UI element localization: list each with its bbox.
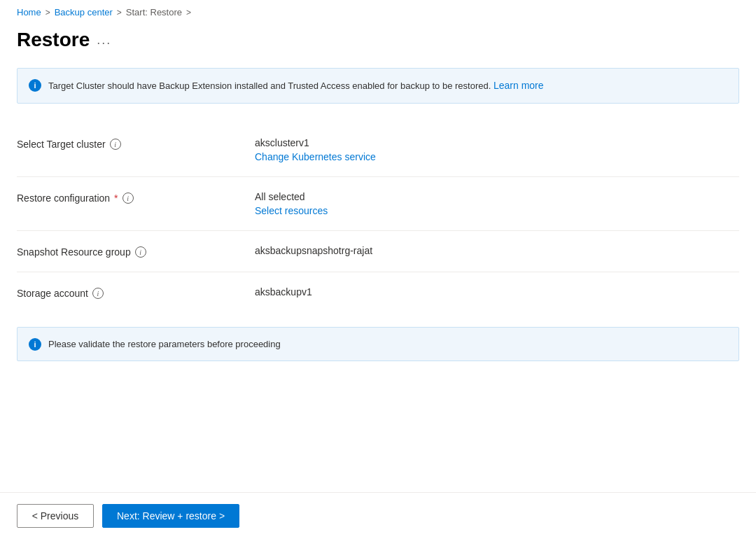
restore-config-required: * [114, 192, 118, 204]
storage-account-label-col: Storage account i [17, 286, 255, 299]
target-cluster-label-col: Select Target cluster i [17, 137, 255, 150]
breadcrumb-backup-center[interactable]: Backup center [55, 7, 113, 18]
page-container: Home > Backup center > Start: Restore > … [0, 0, 756, 539]
breadcrumb-sep-2: > [117, 8, 122, 18]
next-button[interactable]: Next: Review + restore > [102, 504, 239, 528]
restore-config-value: All selected [255, 191, 739, 202]
snapshot-rg-label-col: Snapshot Resource group i [17, 245, 255, 258]
validate-banner: i Please validate the restore parameters… [17, 327, 739, 361]
target-cluster-row: Select Target cluster i aksclusterv1 Cha… [17, 126, 739, 174]
divider-3 [17, 272, 739, 272]
target-cluster-value: aksclusterv1 [255, 137, 739, 148]
snapshot-rg-row: Snapshot Resource group i aksbackupsnaps… [17, 234, 739, 269]
restore-config-label: Restore configuration [17, 192, 110, 204]
page-title: Restore [17, 29, 90, 51]
snapshot-rg-info-icon[interactable]: i [135, 246, 146, 258]
footer-bar: < Previous Next: Review + restore > [0, 492, 756, 539]
info-banner-icon: i [29, 79, 41, 92]
validate-banner-text: Please validate the restore parameters b… [48, 339, 281, 349]
page-title-area: Restore ... [0, 23, 756, 68]
snapshot-rg-label: Snapshot Resource group [17, 246, 131, 258]
snapshot-rg-value-col: aksbackupsnapshotrg-rajat [255, 245, 739, 256]
divider-1 [17, 176, 739, 177]
target-cluster-value-col: aksclusterv1 Change Kubernetes service [255, 137, 739, 162]
breadcrumb: Home > Backup center > Start: Restore > [0, 0, 756, 23]
storage-account-row: Storage account i aksbackupv1 [17, 275, 739, 310]
target-cluster-info-icon[interactable]: i [110, 139, 121, 150]
previous-button[interactable]: < Previous [17, 504, 94, 528]
restore-config-value-col: All selected Select resources [255, 191, 739, 216]
breadcrumb-current: Start: Restore [126, 7, 182, 18]
snapshot-rg-value: aksbackupsnapshotrg-rajat [255, 245, 739, 256]
info-banner: i Target Cluster should have Backup Exte… [17, 68, 739, 104]
divider-2 [17, 230, 739, 231]
target-cluster-label: Select Target cluster [17, 139, 106, 150]
validate-banner-icon: i [29, 338, 41, 351]
storage-account-value-col: aksbackupv1 [255, 286, 739, 298]
storage-account-value: aksbackupv1 [255, 286, 739, 298]
restore-config-info-icon[interactable]: i [122, 192, 134, 204]
restore-config-label-col: Restore configuration * i [17, 191, 255, 204]
info-banner-text: Target Cluster should have Backup Extens… [48, 78, 544, 93]
breadcrumb-sep-3: > [186, 8, 191, 18]
learn-more-link[interactable]: Learn more [493, 80, 544, 91]
title-menu-button[interactable]: ... [97, 33, 111, 48]
main-content: i Target Cluster should have Backup Exte… [0, 68, 756, 492]
breadcrumb-home[interactable]: Home [17, 7, 41, 18]
storage-account-info-icon[interactable]: i [92, 288, 104, 299]
change-kubernetes-link[interactable]: Change Kubernetes service [255, 151, 739, 162]
storage-account-label: Storage account [17, 288, 88, 299]
select-resources-link[interactable]: Select resources [255, 205, 739, 216]
restore-config-row: Restore configuration * i All selected S… [17, 180, 739, 227]
form-section: Select Target cluster i aksclusterv1 Cha… [17, 126, 739, 310]
breadcrumb-sep-1: > [46, 8, 50, 18]
